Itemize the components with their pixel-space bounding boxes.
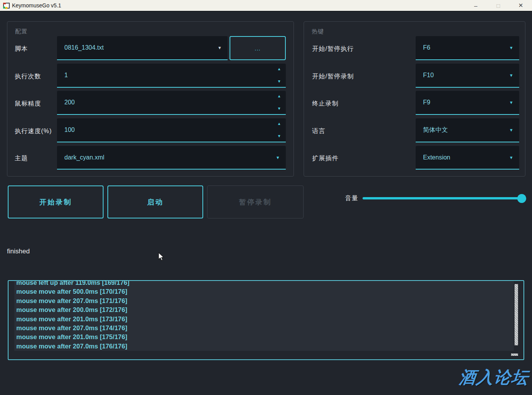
spin-down-icon[interactable]: ▼ [277, 80, 281, 83]
mouse-precision-label: 鼠标精度 [15, 100, 41, 108]
titlebar: KeymomuseGo v5.1 – □ ✕ [0, 0, 532, 12]
run-speed-label: 执行速度(%) [15, 127, 52, 135]
start-pause-record-label: 开始/暂停录制 [312, 73, 354, 81]
language-label: 语言 [312, 127, 325, 135]
log-line: mouse move after 200.0ms [172/176] [14, 305, 514, 314]
run-speed-spinbox[interactable]: 100 ▲ ▼ [57, 118, 286, 142]
theme-combobox[interactable]: dark_cyan.xml ▼ [57, 146, 286, 170]
start-pause-run-label: 开始/暂停执行 [312, 45, 354, 53]
stop-record-value: F9 [423, 99, 430, 106]
log-line: mouse move after 500.0ms [170/176] [14, 287, 514, 296]
log-line: mouse move after 207.0ms [176/176] [14, 342, 514, 351]
log-line: mouse move after 207.0ms [174/176] [14, 324, 514, 333]
log-list: mouse left up after 119.0ms [169/176] mo… [14, 280, 514, 351]
window-controls: – □ ✕ [465, 0, 532, 11]
run-count-label: 执行次数 [15, 73, 41, 81]
spin-up-icon[interactable]: ▲ [277, 67, 281, 71]
config-group-title: 配置 [15, 28, 28, 35]
chevron-down-icon: ▼ [509, 128, 513, 132]
theme-combobox-value: dark_cyan.xml [64, 154, 104, 161]
maximize-button[interactable]: □ [487, 0, 510, 11]
language-combobox-value: 简体中文 [423, 126, 448, 134]
vertical-scrollbar-thumb[interactable] [515, 284, 518, 345]
volume-slider-handle[interactable] [517, 194, 526, 203]
script-combobox-value: 0816_1304.txt [64, 44, 104, 51]
start-pause-run-value: F6 [423, 44, 430, 51]
log-line: mouse move after 201.0ms [173/176] [14, 315, 514, 324]
theme-label: 主题 [15, 154, 28, 163]
chevron-down-icon: ▼ [509, 155, 513, 159]
log-panel[interactable]: mouse left up after 119.0ms [169/176] mo… [8, 280, 524, 360]
spin-up-icon[interactable]: ▲ [277, 94, 281, 98]
pause-record-button: 暂停录制 [207, 185, 304, 218]
run-count-value: 1 [64, 72, 68, 79]
window-title: KeymomuseGo v5.1 [12, 2, 61, 9]
horizontal-scrollbar-thumb[interactable] [511, 353, 518, 356]
spin-up-icon[interactable]: ▲ [277, 122, 281, 126]
mouse-precision-spinbox[interactable]: 200 ▲ ▼ [57, 91, 286, 115]
volume-label: 音量 [345, 194, 358, 203]
start-record-button[interactable]: 开始录制 [8, 185, 104, 218]
hotkeys-group-title: 热键 [312, 28, 324, 35]
chevron-down-icon: ▼ [509, 46, 513, 50]
log-line: mouse move after 207.0ms [171/176] [14, 296, 514, 305]
volume-slider-track[interactable] [363, 197, 522, 199]
stop-record-combobox[interactable]: F9 ▼ [416, 91, 519, 115]
app-icon [3, 3, 10, 9]
run-speed-value: 100 [64, 126, 75, 133]
start-pause-run-combobox[interactable]: F6 ▼ [416, 36, 519, 60]
mouse-precision-value: 200 [64, 99, 75, 106]
spin-down-icon[interactable]: ▼ [277, 134, 281, 138]
run-count-spinbox[interactable]: 1 ▲ ▼ [57, 64, 286, 88]
close-button[interactable]: ✕ [510, 0, 532, 11]
chevron-down-icon: ▼ [218, 46, 222, 50]
stop-record-label: 终止录制 [312, 100, 339, 108]
start-pause-record-combobox[interactable]: F10 ▼ [416, 64, 519, 88]
watermark-text: 酒入论坛 [458, 366, 530, 389]
chevron-down-icon: ▼ [276, 155, 280, 159]
start-pause-record-value: F10 [423, 72, 434, 79]
status-text: finished [7, 248, 30, 255]
language-combobox[interactable]: 简体中文 ▼ [416, 118, 519, 142]
extension-combobox[interactable]: Extension ▼ [416, 146, 519, 170]
chevron-down-icon: ▼ [509, 100, 513, 105]
chevron-down-icon: ▼ [509, 73, 513, 78]
spin-down-icon[interactable]: ▼ [277, 107, 281, 111]
browse-script-button[interactable]: ... [230, 36, 286, 60]
launch-button[interactable]: 启动 [107, 185, 203, 218]
log-line: mouse left up after 119.0ms [169/176] [14, 280, 514, 287]
minimize-button[interactable]: – [465, 0, 487, 11]
script-label: 脚本 [15, 45, 28, 53]
log-line: mouse move after 201.0ms [175/176] [14, 333, 514, 341]
extension-combobox-value: Extension [423, 154, 450, 161]
extension-label: 扩展插件 [312, 154, 339, 163]
script-combobox[interactable]: 0816_1304.txt ▼ [57, 36, 228, 60]
mouse-cursor-icon [158, 252, 165, 263]
